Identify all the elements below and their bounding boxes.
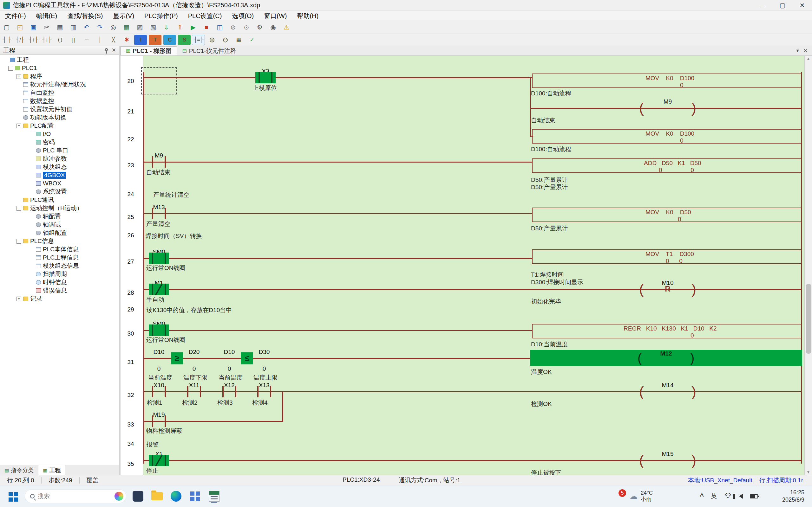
ladder-tool-button[interactable]: ┤/├ <box>14 35 26 45</box>
wifi-icon[interactable]: ◠◠• <box>724 493 732 499</box>
tab-close-icon[interactable]: ✕ <box>803 48 808 54</box>
toolbar-button[interactable]: ▢ <box>0 22 13 32</box>
compare-ge-contact[interactable]: ≥ <box>171 352 183 364</box>
ladder-tool-button[interactable]: ┤↑├ <box>27 35 40 45</box>
tab-device-comments[interactable]: ▤ PLC1-软元件注释 <box>177 46 242 55</box>
menu-item[interactable]: PLC设置(C) <box>183 11 227 21</box>
toolbar-button[interactable]: ⚠ <box>280 22 293 32</box>
expand-toggle-icon[interactable] <box>16 198 21 203</box>
tree-item[interactable]: − PLC信息 <box>0 237 119 245</box>
taskbar-plc-ide-active[interactable] <box>207 489 221 504</box>
expand-toggle-icon[interactable]: + <box>16 297 21 301</box>
toolbar-button[interactable]: ▥ <box>67 22 80 32</box>
menu-item[interactable]: 查找/替换(S) <box>62 11 108 21</box>
tree-item[interactable]: 错误信息 <box>0 286 119 295</box>
toolbar-button[interactable]: ↶ <box>80 22 93 32</box>
toolbar-button[interactable]: ■ <box>200 22 213 32</box>
contact-x13[interactable] <box>254 386 274 397</box>
tree-item[interactable]: 4GBOX <box>0 171 119 179</box>
expand-toggle-icon[interactable]: − <box>16 124 21 128</box>
taskbar-clock[interactable]: 16:25 2025/6/9 <box>782 486 804 507</box>
expand-toggle-icon[interactable] <box>29 256 34 260</box>
contact-x11[interactable] <box>184 386 204 397</box>
toolbar-button[interactable]: ▣ <box>27 22 40 32</box>
toolbar-button[interactable]: ▧ <box>147 22 159 32</box>
expand-toggle-icon[interactable] <box>29 132 34 136</box>
expand-toggle-icon[interactable]: − <box>8 66 13 71</box>
menu-item[interactable]: 窗口(W) <box>259 11 292 21</box>
toolbar-button[interactable]: ▤ <box>54 22 66 32</box>
input-language-indicator[interactable]: 英 <box>711 492 717 500</box>
battery-icon[interactable] <box>750 494 758 498</box>
contact-x12[interactable] <box>219 386 240 397</box>
expand-toggle-icon[interactable] <box>29 231 34 235</box>
tree-item[interactable]: 轴组配置 <box>0 229 119 237</box>
expand-toggle-icon[interactable]: − <box>16 239 21 244</box>
toolbar-button[interactable]: ◎ <box>107 22 119 32</box>
tree-item[interactable]: + 记录 <box>0 295 119 303</box>
tree-item[interactable]: 轴配置 <box>0 212 119 221</box>
tab-instruction-category[interactable]: ▤ 指令分类 <box>0 465 38 475</box>
pin-icon[interactable] <box>105 48 108 51</box>
expand-toggle-icon[interactable] <box>16 82 21 87</box>
toolbar-button[interactable]: ⚙ <box>253 22 266 32</box>
ladder-tool-button[interactable]: T <box>149 35 161 45</box>
tree-item[interactable]: 时钟信息 <box>0 278 119 286</box>
vertical-scrollbar[interactable]: ▲ ▼ <box>804 56 812 475</box>
expand-toggle-icon[interactable] <box>29 165 34 170</box>
toolbar-button[interactable]: ▶ <box>187 22 200 32</box>
toolbar-button[interactable]: ⊙ <box>240 22 253 32</box>
taskbar-store[interactable] <box>188 489 202 504</box>
contact-x10[interactable] <box>149 386 169 397</box>
ladder-tool-button[interactable]: [ ] <box>67 35 80 45</box>
tab-ladder-view[interactable]: ▦ PLC1 - 梯形图 <box>120 46 177 55</box>
close-button[interactable]: ✕ <box>792 0 812 11</box>
expand-toggle-icon[interactable]: + <box>16 74 21 79</box>
instruction-mov[interactable]: MOV K0 D50 0 <box>532 208 802 222</box>
tree-item[interactable]: 模块组态 <box>0 163 119 171</box>
ladder-tool-button[interactable]: ✓ <box>246 35 258 45</box>
expand-toggle-icon[interactable] <box>29 222 34 227</box>
toolbar-button[interactable]: ✂ <box>40 22 53 32</box>
taskbar-edge[interactable] <box>169 489 183 504</box>
ladder-tool-button[interactable]: │ <box>94 35 106 45</box>
expand-toggle-icon[interactable] <box>29 288 34 293</box>
tree-item[interactable]: 功能版本切换 <box>0 113 119 122</box>
toolbar-button[interactable]: ▨ <box>134 22 146 32</box>
maximize-button[interactable]: ▢ <box>773 0 792 11</box>
start-button[interactable] <box>5 489 20 504</box>
instruction-mov[interactable]: MOV T1 D300 0 0 <box>532 249 802 264</box>
menu-item[interactable]: 显示(V) <box>108 11 139 21</box>
taskbar-app-dark[interactable] <box>131 489 145 504</box>
tree-item[interactable]: PLC 串口 <box>0 147 119 155</box>
tree-item[interactable]: 轴调试 <box>0 221 119 229</box>
toolbar-button[interactable]: ◰ <box>14 22 26 32</box>
toolbar-button[interactable]: ◫ <box>213 22 226 32</box>
menu-item[interactable]: 选项(O) <box>227 11 259 21</box>
tree-item[interactable]: PLC工程信息 <box>0 253 119 262</box>
ladder-tool-button[interactable]: ⊕ <box>206 35 218 45</box>
ladder-tool-button[interactable]: I <box>134 35 147 45</box>
coil-m10-reset[interactable]: ( R ) <box>639 282 696 297</box>
scrollbar-thumb[interactable] <box>806 284 811 354</box>
expand-toggle-icon[interactable] <box>29 247 34 252</box>
contact-m1-nc[interactable] <box>149 284 169 295</box>
minimize-button[interactable]: — <box>753 0 773 11</box>
ladder-tool-button[interactable]: ┤↓├ <box>40 35 53 45</box>
tree-item[interactable]: 自由监控 <box>0 89 119 97</box>
expand-toggle-icon[interactable] <box>29 272 34 277</box>
coil-m14[interactable]: () <box>639 384 696 399</box>
ladder-tool-button[interactable]: ⊖ <box>219 35 232 45</box>
menu-item[interactable]: 帮助(H) <box>292 11 323 21</box>
coil-m12-energized[interactable]: M12 ( ) <box>530 350 802 366</box>
contact-m19[interactable] <box>149 415 169 427</box>
tree-item[interactable]: − PLC1 <box>0 64 119 72</box>
coil-m15[interactable]: () <box>639 453 696 468</box>
tree-item[interactable]: PLC通讯 <box>0 196 119 204</box>
tree-item[interactable]: + 程序 <box>0 72 119 80</box>
tab-project[interactable]: ▦ 工程 <box>38 465 65 475</box>
ladder-tool-button[interactable]: S <box>178 35 191 45</box>
expand-toggle-icon[interactable] <box>29 280 34 285</box>
ladder-tool-button[interactable]: ✱ <box>120 35 133 45</box>
ladder-tool-button[interactable]: ╳ <box>107 35 119 45</box>
